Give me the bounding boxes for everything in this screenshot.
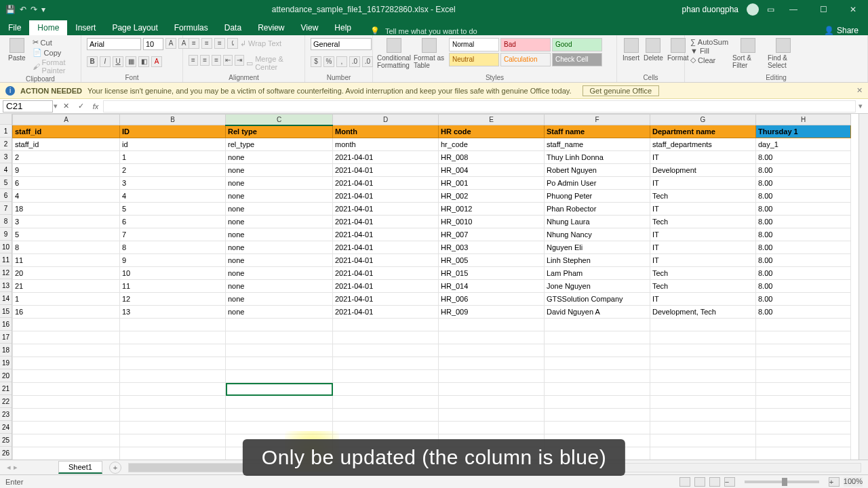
cell[interactable] [120, 447, 226, 460]
cell[interactable]: HR_009 [439, 306, 545, 319]
cell[interactable] [439, 357, 545, 370]
cell[interactable]: 2021-04-01 [333, 280, 439, 293]
save-icon[interactable]: 💾 [5, 5, 16, 14]
warning-close-icon[interactable]: ✕ [856, 86, 863, 95]
cell[interactable]: Nhung Nancy [545, 228, 650, 241]
cell[interactable]: David Nguyen A [545, 306, 650, 319]
col-header-B[interactable]: B [120, 115, 226, 125]
cell[interactable] [756, 447, 851, 460]
cell[interactable]: month [333, 138, 439, 151]
spreadsheet-grid[interactable]: 1234567891011121314151617181920212223242… [0, 114, 868, 460]
dec-decimal-icon[interactable]: .0 [362, 56, 373, 67]
number-format-select[interactable] [311, 38, 372, 50]
cell[interactable] [13, 396, 120, 409]
cell[interactable]: 8.00 [756, 241, 851, 254]
cell[interactable] [545, 331, 650, 344]
tab-formulas[interactable]: Formulas [166, 20, 216, 35]
cell[interactable] [756, 383, 851, 396]
style-calculation[interactable]: Calculation [500, 53, 551, 66]
cell[interactable] [545, 409, 650, 422]
cell[interactable] [333, 383, 439, 396]
row-headers[interactable]: 1234567891011121314151617181920212223242… [0, 114, 12, 460]
autosum-button[interactable]: ∑AutoSum [690, 38, 728, 46]
cell[interactable]: GTSSolution Company [545, 293, 650, 306]
cell[interactable] [226, 357, 333, 370]
cell[interactable]: IT [650, 293, 756, 306]
row-header[interactable]: 4 [0, 163, 12, 176]
get-genuine-button[interactable]: Get genuine Office [583, 85, 660, 96]
font-color-button[interactable]: A [151, 56, 162, 67]
bold-button[interactable]: B [87, 56, 98, 67]
cell[interactable]: 2021-04-01 [333, 293, 439, 306]
cell[interactable] [439, 344, 545, 357]
name-box[interactable] [3, 100, 53, 113]
cell[interactable]: hr_code [439, 138, 545, 151]
percent-icon[interactable]: % [323, 56, 334, 67]
select-all-corner[interactable] [0, 114, 12, 125]
cell[interactable] [756, 331, 851, 344]
cell[interactable]: Development [650, 164, 756, 177]
style-normal[interactable]: Normal [449, 38, 499, 52]
cell[interactable]: staff_name [545, 138, 650, 151]
tab-review[interactable]: Review [250, 20, 292, 35]
cell[interactable] [756, 409, 851, 422]
cell[interactable]: Phan Robector [545, 203, 650, 216]
cell[interactable]: Tech [650, 216, 756, 228]
cell[interactable]: HR_014 [439, 280, 545, 293]
align-middle-icon[interactable]: ≡ [201, 38, 212, 49]
user-name[interactable]: phan duongpha [682, 5, 738, 14]
zoom-out-icon[interactable]: − [724, 477, 735, 487]
cell[interactable] [120, 409, 226, 422]
cell[interactable] [545, 357, 650, 370]
tab-file[interactable]: File [0, 20, 29, 35]
cell[interactable]: 2021-04-01 [333, 151, 439, 164]
view-page-layout-icon[interactable] [694, 477, 705, 487]
cell[interactable] [333, 409, 439, 422]
cell[interactable]: 3 [13, 216, 120, 228]
row-header[interactable]: 24 [0, 421, 12, 434]
cell[interactable]: IT [650, 151, 756, 164]
indent-inc-icon[interactable]: ⇥ [235, 55, 244, 66]
cell[interactable]: none [226, 306, 333, 319]
tab-data[interactable]: Data [216, 20, 250, 35]
cell[interactable]: Po Admin User [545, 177, 650, 190]
cell[interactable]: none [226, 164, 333, 177]
cell[interactable] [650, 370, 756, 383]
cell[interactable]: IT [650, 254, 756, 267]
row-header[interactable]: 22 [0, 395, 12, 408]
header-cell[interactable]: Month [333, 125, 439, 138]
conditional-formatting-button[interactable]: Conditional Formatting [378, 38, 410, 69]
cell[interactable]: 3 [120, 177, 226, 190]
cell[interactable] [226, 396, 333, 409]
add-sheet-button[interactable]: + [109, 462, 121, 474]
hscroll-thumb[interactable] [129, 464, 244, 472]
cell[interactable] [439, 331, 545, 344]
format-painter-button[interactable]: 🖌Format Painter [33, 58, 75, 75]
sheet-tab[interactable]: Sheet1 [58, 461, 102, 474]
cell[interactable]: 12 [120, 293, 226, 306]
cell[interactable]: none [226, 177, 333, 190]
cell[interactable]: staff_departments [650, 138, 756, 151]
cell[interactable] [756, 434, 851, 447]
cell[interactable]: 1 [120, 151, 226, 164]
cell[interactable]: 2021-04-01 [333, 306, 439, 319]
cell[interactable]: 8.00 [756, 203, 851, 216]
cell[interactable]: HR_002 [439, 190, 545, 203]
align-center-icon[interactable]: ≡ [200, 55, 210, 66]
row-header[interactable]: 7 [0, 202, 12, 215]
row-header[interactable]: 25 [0, 434, 12, 447]
cell[interactable] [439, 422, 545, 434]
orientation-icon[interactable]: ⤹ [227, 38, 238, 49]
cell[interactable] [545, 396, 650, 409]
increase-font-icon[interactable]: A [165, 38, 176, 49]
cell[interactable] [650, 447, 756, 460]
cell[interactable]: day_1 [756, 138, 851, 151]
style-check-cell[interactable]: Check Cell [552, 53, 602, 66]
cell[interactable] [756, 370, 851, 383]
cell[interactable]: 2021-04-01 [333, 241, 439, 254]
cell[interactable] [439, 383, 545, 396]
tell-me[interactable]: 💡Tell me what you want to do [359, 26, 477, 35]
style-good[interactable]: Good [552, 38, 602, 52]
cell[interactable]: Development, Tech [650, 306, 756, 319]
cell[interactable]: 4 [13, 190, 120, 203]
